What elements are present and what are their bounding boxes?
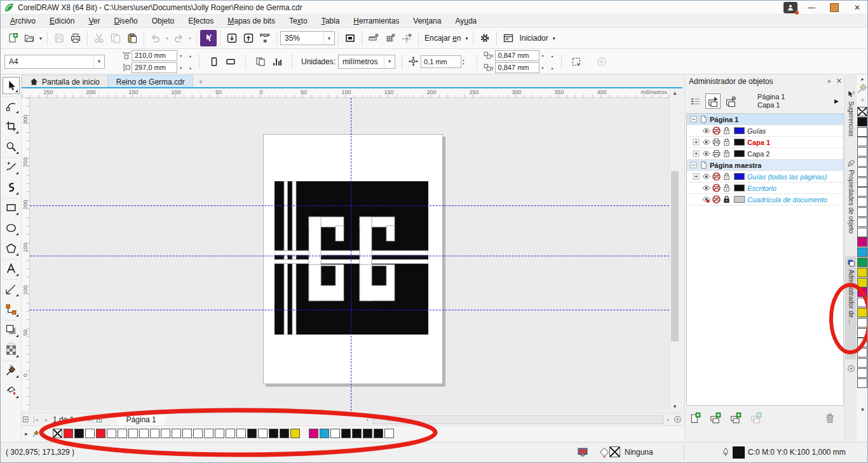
- color-swatch[interactable]: [857, 197, 867, 207]
- horizontal-guideline-2[interactable]: [30, 256, 669, 256]
- minimize-button[interactable]: —: [803, 1, 820, 13]
- duplicate-x-spinner[interactable]: ▾▴: [541, 53, 555, 58]
- lock-edit-icon[interactable]: [722, 184, 731, 193]
- whats-new-button[interactable]: [200, 30, 217, 46]
- layer-color-swatch[interactable]: [734, 184, 745, 191]
- expand-icon[interactable]: [692, 149, 701, 158]
- horizontal-guideline-1[interactable]: [30, 205, 669, 206]
- drawing-canvas[interactable]: [30, 98, 669, 411]
- visibility-eye-icon[interactable]: [702, 127, 711, 135]
- color-swatch[interactable]: [320, 429, 329, 438]
- lock-edit-icon[interactable]: [722, 138, 731, 147]
- docker-close-button[interactable]: ✕: [836, 77, 842, 85]
- color-swatch[interactable]: [857, 167, 867, 177]
- color-swatch[interactable]: [857, 348, 867, 357]
- palette-scroll-left[interactable]: ‹: [41, 428, 50, 439]
- snap-to-label[interactable]: Encajar en: [424, 34, 461, 43]
- color-swatch[interactable]: [161, 429, 170, 438]
- color-swatch[interactable]: [857, 268, 867, 277]
- color-swatch[interactable]: [857, 127, 867, 137]
- color-swatch[interactable]: [857, 228, 867, 237]
- toolbox-plus-button[interactable]: [3, 338, 20, 356]
- color-swatch[interactable]: [118, 429, 127, 438]
- color-swatch[interactable]: [204, 429, 214, 438]
- color-swatch[interactable]: [384, 429, 394, 438]
- nudge-spinner[interactable]: ▴▾: [461, 58, 470, 66]
- menu-item-ayuda[interactable]: Ayuda: [448, 15, 484, 27]
- menu-item-objeto[interactable]: Objeto: [145, 15, 181, 27]
- color-swatch[interactable]: [128, 429, 138, 438]
- color-swatch[interactable]: [857, 157, 867, 167]
- units-select[interactable]: milímetros▾: [338, 55, 395, 69]
- duplicate-layer-button[interactable]: [749, 410, 764, 425]
- color-swatch[interactable]: [857, 338, 867, 347]
- color-swatch[interactable]: [857, 218, 867, 227]
- shape-tool[interactable]: [3, 97, 20, 114]
- redo-button[interactable]: [170, 30, 187, 46]
- tab-welcome-screen[interactable]: Pantalla de inicio: [22, 75, 108, 88]
- layer-color-swatch[interactable]: [734, 173, 745, 180]
- color-swatch[interactable]: [193, 429, 203, 438]
- color-swatch[interactable]: [96, 429, 105, 438]
- menu-item-efectos[interactable]: Efectos: [181, 15, 220, 27]
- visibility-eye-icon[interactable]: [702, 184, 711, 193]
- previous-page-button[interactable]: ◂: [41, 414, 50, 425]
- color-swatch[interactable]: [857, 278, 867, 287]
- open-button[interactable]: [21, 30, 37, 46]
- show-guidelines-button[interactable]: [398, 30, 415, 46]
- add-plus-button[interactable]: [593, 53, 610, 70]
- layer-page-header[interactable]: Página maestra: [687, 160, 843, 171]
- vertical-ruler[interactable]: 300250200150100500: [22, 98, 30, 411]
- color-swatch[interactable]: [74, 429, 84, 438]
- snap-to-dropdown-arrow[interactable]: ▾: [463, 30, 470, 46]
- expand-icon[interactable]: [692, 172, 701, 181]
- color-swatch[interactable]: [857, 368, 867, 378]
- zoom-dropdown-arrow[interactable]: ▾: [323, 32, 334, 45]
- menu-item-herramientas[interactable]: Herramientas: [346, 15, 406, 27]
- zoom-level-select[interactable]: 35%▾: [280, 31, 335, 45]
- color-swatch[interactable]: [236, 429, 246, 438]
- docker-tab-sugerencias[interactable]: ?Sugerencias: [845, 88, 857, 156]
- color-swatch[interactable]: [290, 429, 300, 438]
- fill-status-icon[interactable]: [599, 447, 609, 457]
- color-swatch[interactable]: [269, 429, 278, 438]
- show-object-properties-button[interactable]: [688, 93, 703, 109]
- scroll-left-arrow[interactable]: ‹: [363, 414, 372, 425]
- delete-button[interactable]: [822, 410, 837, 425]
- crop-tool[interactable]: [3, 118, 20, 135]
- portrait-button[interactable]: [206, 53, 222, 70]
- paste-button[interactable]: [124, 30, 140, 46]
- color-swatch[interactable]: [857, 378, 867, 388]
- page-preset-select[interactable]: A4▾: [4, 55, 105, 69]
- all-pages-button[interactable]: [252, 53, 269, 70]
- color-swatch[interactable]: [215, 429, 224, 438]
- visibility-eye-icon[interactable]: [702, 138, 711, 147]
- color-swatch[interactable]: [857, 207, 867, 217]
- first-page-button[interactable]: ◂: [31, 414, 41, 425]
- export-button[interactable]: [240, 30, 257, 46]
- undo-button[interactable]: [147, 30, 164, 46]
- docker-tab-propiedades-de-objeto[interactable]: Propiedades de objeto: [845, 156, 857, 256]
- scroll-down-arrow[interactable]: ▼: [670, 402, 680, 411]
- navigator-button[interactable]: [673, 414, 682, 425]
- color-swatch[interactable]: [857, 147, 867, 156]
- vertical-guideline[interactable]: [351, 98, 351, 411]
- color-swatch[interactable]: [857, 308, 867, 317]
- save-button[interactable]: [51, 30, 67, 46]
- layer-row[interactable]: Escritorio: [687, 183, 843, 194]
- docker-add-button[interactable]: [845, 364, 857, 378]
- docker-tab-administrador-de-[interactable]: Administrador de ...: [845, 256, 857, 359]
- page-width-field[interactable]: 210,0 mm: [132, 50, 177, 61]
- menu-item-ver[interactable]: Ver: [81, 15, 107, 27]
- color-swatch[interactable]: [374, 429, 383, 438]
- palette-eyedropper-icon[interactable]: [31, 428, 41, 439]
- color-swatch[interactable]: [363, 429, 372, 438]
- palette-eyedropper-button[interactable]: [857, 84, 868, 92]
- duplicate-y-field[interactable]: 0,847 mm: [495, 62, 539, 73]
- layer-color-swatch[interactable]: [734, 196, 745, 203]
- color-swatch[interactable]: [107, 429, 116, 438]
- vertical-scrollbar[interactable]: ▲ ▼: [669, 88, 679, 411]
- preset-dropdown-arrow[interactable]: ▾: [93, 55, 104, 68]
- visibility-eye-icon[interactable]: [702, 149, 711, 158]
- layer-color-swatch[interactable]: [734, 139, 745, 146]
